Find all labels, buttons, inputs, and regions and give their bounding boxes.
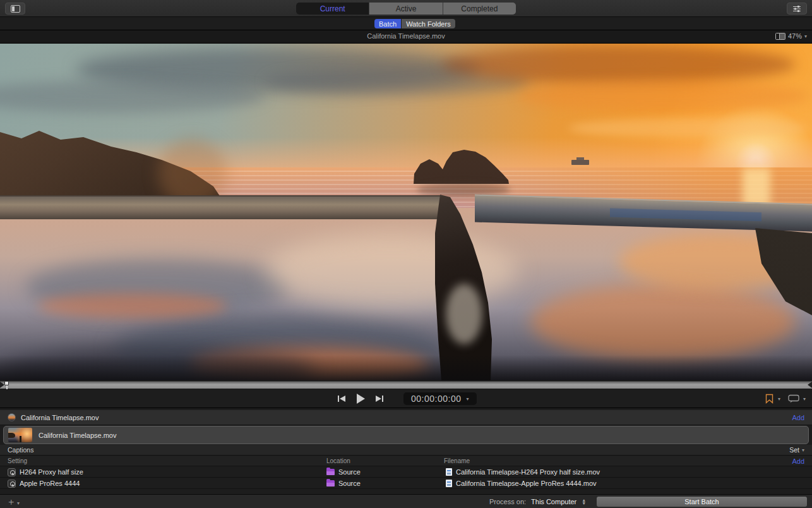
add-output-link[interactable]: Add (792, 457, 804, 465)
video-preview (0, 44, 812, 380)
zoom-level-value: 47% (788, 32, 802, 40)
compressor-window: Current Active Completed Batch Watch Fol… (0, 0, 812, 508)
batch-panel: California Timelapse.mov Add California … (0, 408, 812, 494)
chevron-down-icon: ▾ (802, 447, 804, 453)
tab-completed[interactable]: Completed (443, 3, 516, 15)
output-setting: Apple ProRes 4444 (20, 480, 80, 487)
main-toolbar: Current Active Completed (0, 0, 812, 17)
start-batch-button[interactable]: Start Batch (597, 497, 807, 507)
view-segmented-control: Current Active Completed (296, 3, 516, 15)
ship-silhouette (571, 160, 589, 165)
chevron-down-icon: ▾ (466, 396, 469, 402)
folder-icon (326, 469, 335, 475)
process-on-label: Process on: (489, 498, 526, 505)
batch-watchfolders-toggle: Batch Watch Folders (374, 19, 455, 28)
marker-chevron-icon[interactable]: ▾ (778, 396, 780, 402)
sidebar-icon (11, 5, 20, 13)
captions-label: Captions (8, 446, 33, 454)
batch-toggle[interactable]: Batch (374, 19, 401, 28)
split-view-icon (775, 33, 785, 40)
job-name: California Timelapse.mov (21, 414, 99, 421)
tab-current[interactable]: Current (296, 3, 369, 15)
sidebar-toggle-button[interactable] (5, 3, 25, 15)
timeline-scrubber[interactable] (0, 380, 812, 389)
plus-icon: ＋ (6, 496, 16, 508)
sun-reflection (743, 167, 770, 207)
baths-wall-left (0, 195, 442, 219)
transport-bar: 00:00:00:00 ▾ ▾ ▾ (0, 389, 812, 408)
add-job-button[interactable]: ＋ ▾ (6, 496, 20, 508)
zoom-level-control[interactable]: 47% ▾ (775, 32, 807, 40)
columns-header-row: Setting Location Filename Add (0, 456, 812, 466)
timecode-value: 00:00:00:00 (411, 394, 461, 404)
display-chevron-icon[interactable]: ▾ (803, 396, 806, 402)
file-icon (446, 480, 452, 487)
skip-forward-icon (375, 395, 384, 402)
output-filename: California Timelapse-Apple ProRes 4444.m… (456, 480, 597, 487)
add-output-link[interactable]: Add (792, 414, 804, 421)
go-to-start-button[interactable] (335, 392, 348, 405)
process-on-control[interactable]: Process on: This Computer ▲▼ (489, 495, 586, 508)
sliders-icon (792, 5, 801, 13)
setting-icon (8, 468, 16, 476)
source-thumbnail (8, 428, 32, 442)
watch-folders-toggle[interactable]: Watch Folders (402, 19, 455, 28)
chevron-down-icon: ▾ (804, 33, 807, 39)
location-column-header: Location (326, 457, 350, 464)
filename-column-header: Filename (444, 457, 470, 464)
captions-set-control[interactable]: Set ▾ (789, 446, 804, 454)
output-row[interactable]: H264 Proxy half size Source California T… (0, 466, 812, 478)
output-row[interactable]: Apple ProRes 4444 Source California Time… (0, 478, 812, 489)
preview-title-bar: California Timelapse.mov 47% ▾ (0, 30, 812, 44)
inspector-toggle-button[interactable] (787, 3, 807, 15)
job-header-row[interactable]: California Timelapse.mov Add (0, 410, 812, 425)
footer-bar: ＋ ▾ Process on: This Computer ▲▼ Start B… (0, 494, 812, 508)
play-icon (356, 394, 365, 404)
tab-active[interactable]: Active (369, 3, 443, 15)
display-overlay-icon[interactable] (788, 394, 799, 403)
output-setting: H264 Proxy half size (20, 468, 83, 476)
clip-icon (8, 413, 16, 421)
chevron-down-icon: ▾ (17, 500, 20, 506)
skip-back-icon (337, 395, 346, 402)
process-on-value: This Computer (531, 498, 576, 505)
output-location: Source (338, 480, 361, 487)
source-row-selected[interactable]: California Timelapse.mov (3, 426, 809, 444)
play-button[interactable] (354, 392, 367, 405)
go-to-end-button[interactable] (373, 392, 386, 405)
playhead[interactable] (4, 381, 9, 389)
folder-icon (326, 480, 335, 487)
marker-bookmark-icon[interactable] (765, 394, 774, 404)
mode-bar: Batch Watch Folders (0, 17, 812, 30)
output-location: Source (338, 468, 361, 476)
setting-icon (8, 480, 16, 488)
stepper-icon: ▲▼ (582, 499, 586, 505)
timecode-field[interactable]: 00:00:00:00 ▾ (403, 392, 477, 405)
file-icon (446, 468, 452, 476)
setting-column-header: Setting (8, 457, 27, 464)
source-name: California Timelapse.mov (39, 432, 117, 439)
scrubber-track[interactable] (0, 381, 812, 389)
preview-title: California Timelapse.mov (0, 32, 812, 40)
captions-row[interactable]: Captions Set ▾ (0, 445, 812, 456)
output-filename: California Timelapse-H264 Proxy half siz… (456, 468, 600, 476)
out-point-marker[interactable] (808, 382, 812, 388)
in-point-marker[interactable] (0, 382, 4, 388)
